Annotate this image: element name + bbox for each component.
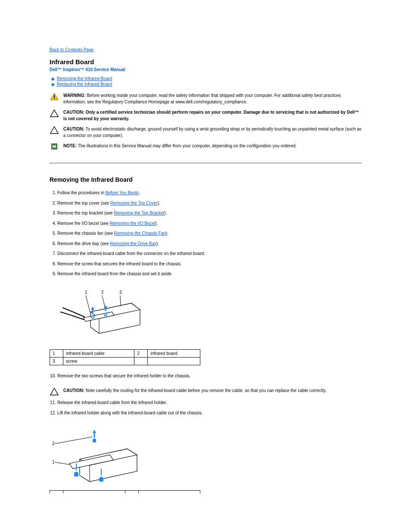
figure-1: 1 2 3 xyxy=(50,286,361,345)
svg-rect-29 xyxy=(99,480,103,482)
svg-line-9 xyxy=(86,296,90,312)
svg-text:2: 2 xyxy=(101,290,104,295)
step-11: Release the infrared-board cable from th… xyxy=(57,400,361,406)
legend1-r0c3: infrared board xyxy=(148,349,200,357)
legend1-r0c1: infrared-board cable xyxy=(63,349,134,357)
caution2-label: CAUTION: xyxy=(63,127,84,131)
svg-marker-23 xyxy=(93,430,96,433)
legend1-r1c2 xyxy=(134,357,148,365)
caution-block-2: CAUTION: To avoid electrostatic discharg… xyxy=(50,126,361,139)
toc-link-remove[interactable]: Removing the Infrared Board xyxy=(57,76,112,81)
svg-text:1: 1 xyxy=(52,460,55,464)
link-chassis-fan[interactable]: Removing the Chassis Fan xyxy=(114,231,166,236)
section-divider xyxy=(50,163,361,163)
removing-steps-cont: Remove the two screws that secure the in… xyxy=(50,373,361,380)
link-io-bezel[interactable]: Removing the I/O Bezel xyxy=(110,221,156,226)
step-7: Disconnect the infrared-board cable from… xyxy=(57,251,361,257)
caution2-text: To avoid electrostatic discharge, ground… xyxy=(63,127,361,138)
svg-rect-27 xyxy=(74,475,78,476)
caution-icon xyxy=(50,109,59,117)
warning-icon xyxy=(50,93,59,100)
caution-icon xyxy=(50,388,59,395)
link-top-cover[interactable]: Removing the Top Cover xyxy=(110,201,158,205)
warning-block: WARNING: Before working inside your comp… xyxy=(50,93,361,105)
svg-marker-13 xyxy=(91,307,94,310)
svg-rect-2 xyxy=(54,98,55,99)
svg-marker-17 xyxy=(50,388,58,395)
note-text: The illustrations in this Service Manual… xyxy=(78,143,297,148)
figure-2: 2 1 xyxy=(50,425,361,486)
legend-table-2-partial xyxy=(50,490,200,493)
caution1-text: Only a certified service technician shou… xyxy=(63,110,359,121)
page-title: Infrared Board xyxy=(50,58,361,65)
svg-marker-3 xyxy=(50,110,58,117)
caution3-label: CAUTION: xyxy=(63,388,84,393)
svg-text:3: 3 xyxy=(119,290,122,295)
note-block: NOTE: The illustrations in this Service … xyxy=(50,143,361,150)
step-6: Remove the drive bay (see Removing the D… xyxy=(57,241,361,247)
removing-steps: Follow the procedures in Before You Begi… xyxy=(50,190,361,277)
link-drive-bay[interactable]: Removing the Drive Bay xyxy=(110,241,156,246)
legend1-r1c3 xyxy=(148,357,200,365)
svg-rect-25 xyxy=(93,441,96,442)
step-10: Remove the two screws that secure the in… xyxy=(57,373,361,380)
caution-block-1: CAUTION: Only a certified service techni… xyxy=(50,109,361,122)
toc-list: Removing the Infrared Board Replacing th… xyxy=(50,76,361,87)
svg-text:1: 1 xyxy=(85,290,87,295)
svg-line-20 xyxy=(55,437,93,444)
removing-heading: Removing the Infrared Board xyxy=(50,176,361,183)
link-top-bracket[interactable]: Removing the Top Bracket xyxy=(114,211,164,215)
step-12: Lift the infrared holder along with the … xyxy=(57,410,361,417)
caution-icon xyxy=(50,126,59,134)
step-9: Remove the infrared board from the chass… xyxy=(57,271,361,277)
removing-steps-cont2: Release the infrared-board cable from th… xyxy=(50,400,361,416)
legend1-r1c0: 3 xyxy=(50,357,63,365)
caution1-label: CAUTION: xyxy=(63,110,84,115)
note-icon xyxy=(50,143,59,150)
svg-line-11 xyxy=(120,296,121,306)
svg-rect-1 xyxy=(54,95,55,98)
legend-table-1: 1 infrared-board cable 2 infrared board … xyxy=(50,349,200,365)
note-label: NOTE: xyxy=(63,143,77,148)
legend1-r1c1: screw xyxy=(63,357,134,365)
back-to-contents-link[interactable]: Back to Contents Page xyxy=(50,47,93,52)
manual-subtitle: Dell™ Inspiron™ 410 Service Manual xyxy=(50,67,361,72)
warning-label: WARNING: xyxy=(63,93,86,98)
caution-block-3: CAUTION: Note carefully the routing for … xyxy=(50,388,361,395)
step-8: Remove the screw that secures the infrar… xyxy=(57,261,361,268)
link-before-you-begin[interactable]: Before You Begin xyxy=(106,190,139,195)
svg-text:2: 2 xyxy=(52,441,55,446)
caution3-text: Note carefully the routing for the infra… xyxy=(86,388,327,393)
step-3: Remove the top bracket (see Removing the… xyxy=(57,210,361,217)
warning-text: Before working inside your computer, rea… xyxy=(63,93,341,104)
step-4: Remove the I/O bezel (see Removing the I… xyxy=(57,221,361,227)
svg-marker-4 xyxy=(50,127,58,134)
step-5: Remove the chassis fan (see Removing the… xyxy=(57,230,361,237)
legend1-r0c2: 2 xyxy=(134,349,148,357)
step-1: Follow the procedures in Before You Begi… xyxy=(57,190,361,196)
legend1-r0c0: 1 xyxy=(50,349,63,357)
toc-link-replace[interactable]: Replacing the Infrared Board xyxy=(57,82,112,87)
step-2: Remove the top cover (see Removing the T… xyxy=(57,200,361,207)
